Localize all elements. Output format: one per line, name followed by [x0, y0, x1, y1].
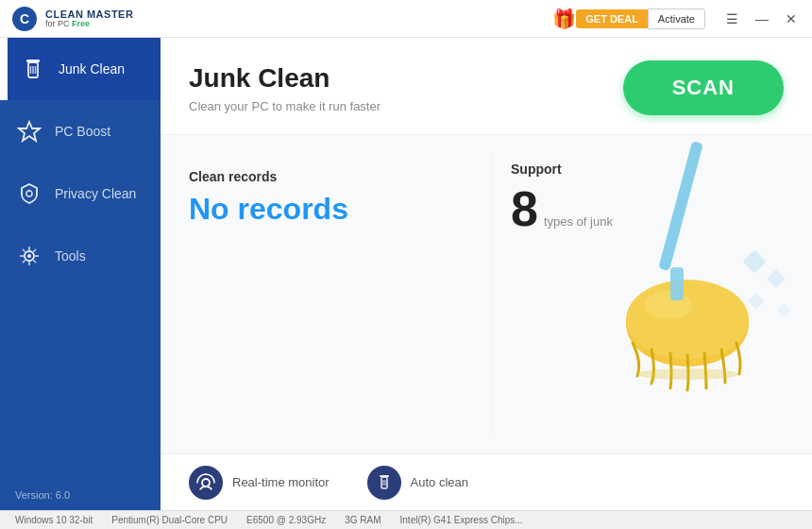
content-area: Junk Clean Clean your PC to make it run … — [161, 38, 812, 510]
status-cpu-speed: E6500 @ 2.93GHz — [246, 515, 326, 525]
broom-illustration — [567, 116, 812, 400]
svg-line-19 — [23, 260, 25, 263]
status-chipset: Intel(R) G41 Express Chips... — [400, 515, 523, 525]
svg-rect-23 — [777, 303, 790, 316]
status-ram: 3G RAM — [345, 515, 381, 525]
svg-point-27 — [645, 291, 692, 319]
bottom-bar: Real-time monitor Auto clean — [161, 453, 812, 510]
window-controls: ☰ — ✕ — [722, 9, 801, 28]
svg-line-16 — [23, 249, 25, 252]
titlebar: C CLEAN MASTER for PC Free 🎁 GET DEAL Ac… — [0, 0, 812, 38]
deal-icon: 🎁 — [552, 8, 576, 30]
privacy-clean-label: Privacy Clean — [55, 186, 136, 201]
pc-boost-icon — [15, 117, 43, 145]
status-os: Windows 10 32-bit — [15, 515, 93, 525]
sidebar-item-tools[interactable]: Tools — [0, 225, 161, 287]
svg-point-29 — [635, 368, 739, 380]
realtime-monitor-icon — [189, 466, 223, 500]
content-stats: Clean records No records Support 8 types… — [161, 135, 812, 453]
status-cpu: Pentium(R) Dual-Core CPU — [111, 515, 228, 525]
svg-rect-32 — [381, 477, 387, 488]
autoclean-item[interactable]: Auto clean — [367, 466, 468, 500]
junk-clean-label: Junk Clean — [59, 61, 125, 77]
svg-rect-22 — [749, 294, 765, 310]
titlebar-left: C CLEAN MASTER for PC Free — [11, 6, 133, 32]
minimize-button[interactable]: — — [752, 9, 772, 28]
svg-rect-21 — [767, 269, 786, 288]
scan-button[interactable]: SCAN — [623, 60, 784, 115]
autoclean-label: Auto clean — [411, 475, 468, 489]
svg-rect-28 — [670, 267, 684, 300]
page-title: Junk Clean — [189, 63, 381, 94]
clean-records-label: Clean records — [189, 169, 463, 184]
main-layout: Junk Clean PC Boost Privacy Clean — [0, 38, 812, 510]
version-label: Version: 6.0 — [0, 480, 161, 510]
svg-marker-7 — [19, 122, 40, 141]
tools-icon — [15, 242, 43, 270]
privacy-clean-icon — [15, 179, 43, 208]
titlebar-right: 🎁 GET DEAL Activate ☰ — ✕ — [552, 8, 801, 30]
clean-records-value: No records — [189, 192, 463, 227]
svg-rect-20 — [742, 249, 766, 273]
sidebar-item-pc-boost[interactable]: PC Boost — [0, 100, 161, 162]
status-bar: Windows 10 32-bit Pentium(R) Dual-Core C… — [0, 510, 812, 529]
svg-rect-24 — [658, 141, 703, 271]
pc-boost-label: PC Boost — [55, 124, 110, 139]
svg-line-18 — [33, 249, 36, 252]
page-subtitle: Clean your PC to make it run faster — [189, 99, 381, 113]
realtime-monitor-item[interactable]: Real-time monitor — [189, 466, 330, 500]
logo-subtitle: for PC Free — [45, 20, 133, 29]
clean-records-section: Clean records No records — [189, 169, 463, 227]
stats-left: Clean records No records — [161, 135, 491, 453]
svg-text:C: C — [20, 11, 29, 26]
deal-badge: 🎁 GET DEAL Activate — [552, 8, 705, 30]
activate-button[interactable]: Activate — [648, 9, 705, 29]
page-header-text: Junk Clean Clean your PC to make it run … — [189, 63, 381, 113]
svg-point-26 — [626, 280, 749, 359]
svg-point-11 — [27, 254, 31, 258]
svg-point-30 — [202, 479, 210, 486]
junk-clean-icon — [19, 55, 47, 83]
close-button[interactable]: ✕ — [782, 9, 801, 28]
tools-label: Tools — [55, 248, 86, 264]
get-deal-button[interactable]: GET DEAL — [576, 9, 648, 28]
support-number: 8 — [511, 184, 538, 233]
menu-button[interactable]: ☰ — [722, 9, 742, 28]
svg-line-17 — [33, 260, 36, 263]
sidebar-item-privacy-clean[interactable]: Privacy Clean — [0, 162, 161, 225]
sidebar: Junk Clean PC Boost Privacy Clean — [0, 38, 161, 510]
app-logo-icon: C — [11, 6, 38, 32]
realtime-monitor-label: Real-time monitor — [232, 475, 330, 489]
svg-point-8 — [26, 191, 32, 196]
autoclean-icon — [367, 466, 401, 500]
sidebar-item-junk-clean[interactable]: Junk Clean — [0, 38, 161, 100]
app-logo-text: CLEAN MASTER for PC Free — [45, 9, 133, 29]
